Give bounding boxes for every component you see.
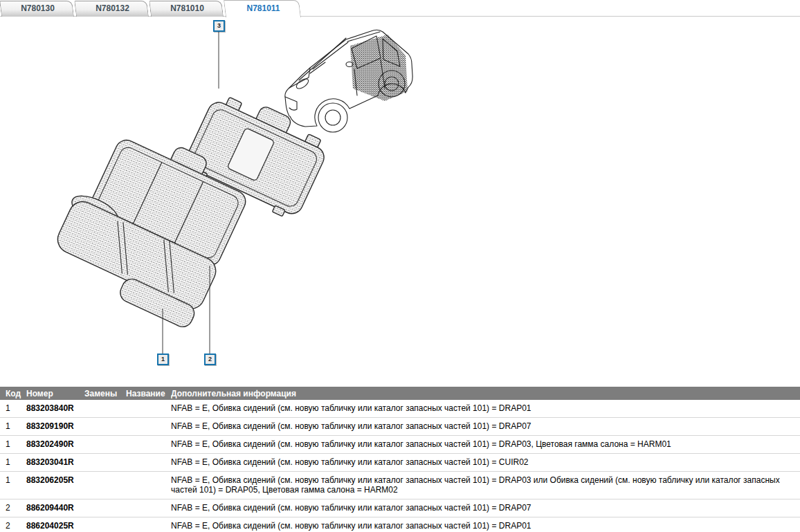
header-number: Номер: [26, 389, 84, 398]
tab-n781011-active[interactable]: N781011: [226, 0, 301, 17]
callout-1-label: 1: [158, 355, 167, 364]
callout-3-label: 3: [215, 21, 224, 30]
table-row[interactable]: 1 883209190R NFAB = E, Обивка сидений (с…: [0, 418, 800, 436]
cell-info: NFAB = E, Обивка сидений (см. новую табл…: [171, 503, 800, 513]
figure-tab-bar: N780130 N780132 N781010 N781011: [0, 0, 800, 17]
cell-number[interactable]: 883203041R: [26, 457, 84, 467]
tab-label: N780130: [1, 1, 74, 17]
cell-name: [126, 421, 171, 431]
cell-replacements: [84, 421, 126, 431]
parts-catalog-page: 3 1 2 N780130 N780132 N781010 N781011 Ко…: [0, 0, 800, 532]
cell-replacements: [84, 439, 126, 449]
cell-code: 1: [0, 439, 26, 449]
callout-1[interactable]: 1: [157, 354, 169, 365]
header-info: Дополнительная информация: [171, 389, 800, 398]
table-row[interactable]: 1 883203041R NFAB = E, Обивка сидений (с…: [0, 454, 800, 472]
cell-number[interactable]: 886204025R: [26, 521, 84, 531]
cell-name: [126, 475, 171, 495]
cell-number[interactable]: 883206205R: [26, 475, 84, 495]
cell-number[interactable]: 883209190R: [26, 421, 84, 431]
cell-info: NFAB = E, Обивка сидений (см. новую табл…: [171, 521, 800, 531]
cell-name: [126, 521, 171, 531]
table-row[interactable]: 1 883206205R NFAB = E, Обивка сидений (с…: [0, 472, 800, 499]
cell-code: 1: [0, 421, 26, 431]
cell-info: NFAB = E, Обивка сидений (см. новую табл…: [171, 403, 800, 413]
header-name: Название: [126, 389, 171, 398]
table-row[interactable]: 1 883202490R NFAB = E, Обивка сидений (с…: [0, 436, 800, 454]
cell-name: [126, 439, 171, 449]
cell-replacements: [84, 475, 126, 495]
cell-replacements: [84, 403, 126, 413]
table-header-row: Код Номер Замены Название Дополнительная…: [0, 387, 800, 400]
car-illustration: [285, 30, 412, 132]
tab-n780130[interactable]: N780130: [1, 1, 74, 17]
callout-3[interactable]: 3: [213, 20, 225, 32]
cell-code: 2: [0, 521, 26, 531]
cell-number[interactable]: 886209440R: [26, 503, 84, 513]
callout-2-label: 2: [206, 355, 215, 364]
table-row[interactable]: 2 886204025R NFAB = E, Обивка сидений (с…: [0, 517, 800, 532]
table-row[interactable]: 2 886209440R NFAB = E, Обивка сидений (с…: [0, 499, 800, 517]
tab-label: N781011: [226, 0, 301, 17]
callout-2[interactable]: 2: [204, 354, 216, 365]
cell-replacements: [84, 457, 126, 467]
cell-number[interactable]: 883202490R: [26, 439, 84, 449]
cell-code: 2: [0, 503, 26, 513]
header-replacements: Замены: [84, 389, 126, 398]
cell-number[interactable]: 883203840R: [26, 403, 84, 413]
tab-n780132[interactable]: N780132: [76, 1, 149, 17]
cell-replacements: [84, 521, 126, 531]
header-code: Код: [0, 389, 26, 398]
cell-info: NFAB = E, Обивка сидений (см. новую табл…: [171, 475, 800, 495]
parts-table: Код Номер Замены Название Дополнительная…: [0, 387, 800, 532]
cell-name: [126, 457, 171, 467]
cell-info: NFAB = E, Обивка сидений (см. новую табл…: [171, 421, 800, 431]
cell-code: 1: [0, 403, 26, 413]
cell-info: NFAB = E, Обивка сидений (см. новую табл…: [171, 439, 800, 449]
tab-label: N781010: [151, 1, 224, 17]
parts-diagram: [0, 0, 800, 386]
cell-replacements: [84, 503, 126, 513]
cell-code: 1: [0, 457, 26, 467]
cell-code: 1: [0, 475, 26, 495]
tab-label: N780132: [76, 1, 149, 17]
table-row[interactable]: 1 883203840R NFAB = E, Обивка сидений (с…: [0, 400, 800, 418]
cell-info: NFAB = E, Обивка сидений (см. новую табл…: [171, 457, 800, 467]
cell-name: [126, 403, 171, 413]
diagram-area: 3 1 2: [0, 0, 800, 386]
tab-n781010[interactable]: N781010: [151, 1, 224, 17]
cell-name: [126, 503, 171, 513]
